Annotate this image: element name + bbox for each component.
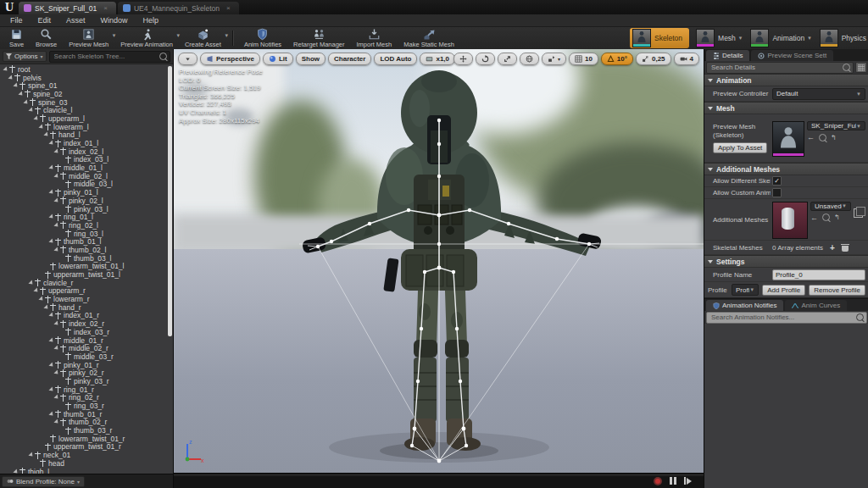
section-animation[interactable]: Animation [704,74,868,86]
additional-mesh-thumbnail[interactable] [772,202,808,239]
remove-profile-button[interactable]: Remove Profile [809,285,865,296]
snap-scale-icon-button[interactable] [498,53,517,65]
snap-grid-snap-icon-button[interactable]: 10 [569,53,598,65]
bone-row-index_01_l[interactable]: index_01_l [0,139,173,147]
expander-icon[interactable] [53,395,60,400]
expander-icon[interactable] [33,288,40,293]
step-forward-button-icon[interactable] [684,477,692,485]
bone-row-thumb_03_r[interactable]: thumb_03_r [0,426,173,435]
save-collection-icon[interactable] [854,208,863,218]
expander-icon[interactable] [28,280,35,286]
viewport-lit-button[interactable]: Lit [263,53,293,65]
browse-to-asset-icon[interactable] [819,134,826,141]
preview-viewport[interactable]: PerspectiveLitShowCharacterLOD Autox1,0 … [174,49,704,488]
expander-icon[interactable] [48,239,55,244]
bone-row-hand_l[interactable]: hand_l [0,131,173,140]
expander-icon[interactable] [48,214,55,219]
snap-move-icon-button[interactable] [453,53,473,65]
bone-row-upperarm_r[interactable]: upperarm_r [0,287,173,296]
chevron-down-icon[interactable]: ▾ [808,35,811,42]
expander-icon[interactable] [48,165,55,170]
bone-row-index_02_l[interactable]: index_02_l [0,147,173,156]
expander-icon[interactable] [8,75,14,80]
expander-icon[interactable] [38,297,45,302]
browse-to-asset-icon[interactable] [822,214,830,221]
toolbar-preview-animation-button[interactable]: ▾Preview Animation [114,27,179,49]
expander-icon[interactable] [48,313,55,318]
expander-icon[interactable] [53,198,60,203]
bone-row-upperarm_l[interactable]: upperarm_l [0,114,173,123]
bone-row-middle_03_l[interactable]: middle_03_l [0,180,173,189]
details-search[interactable] [706,62,854,74]
bone-row-lowerarm_twist_01_r[interactable]: lowerarm_twist_01_r [0,435,173,443]
expander-icon[interactable] [53,370,60,375]
bone-row-index_03_l[interactable]: index_03_l [0,156,173,164]
bone-row-pelvis[interactable]: pelvis [0,74,173,82]
expander-icon[interactable] [48,338,55,343]
bone-row-spine_03[interactable]: spine_03 [0,98,173,107]
chevron-down-icon[interactable]: ▾ [739,35,743,42]
reset-icon[interactable]: ↰ [831,134,837,141]
expander-icon[interactable] [28,108,35,113]
use-selected-icon[interactable]: ← [810,214,818,222]
section-settings[interactable]: Settings [704,255,868,268]
bone-row-clavicle_l[interactable]: clavicle_l [0,106,173,114]
skeleton-tree-search-input[interactable] [53,52,159,61]
viewport-character-button[interactable]: Character [328,53,371,65]
bone-row-clavicle_r[interactable]: clavicle_r [0,279,173,287]
expander-icon[interactable] [38,125,45,130]
toolbar-save-button[interactable]: Save [3,27,30,49]
skeleton-tree-search[interactable] [49,51,170,63]
profile-dropdown[interactable]: Profile_0▼ [732,284,759,296]
snap-rotation-snap-icon-button[interactable]: 10° [601,53,633,65]
asset-tab-sk-sniper[interactable]: SK_Sniper_Full_01 × [19,2,116,14]
bone-row-index_01_r[interactable]: index_01_r [0,312,173,320]
bone-row-upperarm_twist_01_r[interactable]: upperarm_twist_01_r [0,443,173,452]
bone-row-lowerarm_r[interactable]: lowerarm_r [0,295,173,303]
tab-animation-notifies[interactable]: Animation Notifies [706,300,783,311]
viewport-x1-0-button[interactable]: x1,0 [420,53,455,65]
bone-row-thigh_l[interactable]: thigh_l [0,468,173,474]
tree-scrollbar[interactable] [168,66,172,336]
bone-row-pinky_01_l[interactable]: pinky_01_l [0,188,173,197]
menu-window[interactable]: Window [94,16,135,25]
viewport-perspective-button[interactable]: Perspective [200,53,260,65]
toolbar-make-static-mesh-button[interactable]: Make Static Mesh [398,27,460,49]
unsaved-collection-dropdown[interactable]: UnsavedCollection▼ [810,202,851,211]
bone-row-pinky_02_r[interactable]: pinky_02_r [0,369,173,377]
expander-icon[interactable] [18,92,25,97]
expander-icon[interactable] [48,412,55,417]
mode-mesh-button[interactable]: Mesh▾ [694,27,743,49]
close-tab-icon[interactable]: × [226,4,231,12]
bone-row-ring_01_r[interactable]: ring_01_r [0,385,173,394]
notifies-search[interactable] [706,312,867,324]
details-search-input[interactable] [709,63,843,72]
snap-scale-snap-icon-button[interactable]: 0,25 [636,53,671,65]
asset-tab-mannequin[interactable]: UE4_Mannequin_Skeleton × [118,2,239,14]
toolbar-create-asset-button[interactable]: ▾Create Asset [179,27,227,49]
snap-rotate-icon-button[interactable] [476,53,495,65]
expander-icon[interactable] [53,321,60,326]
expander-icon[interactable] [53,247,60,252]
preview-controller-dropdown[interactable]: Default▼ [772,88,865,100]
section-additional-meshes[interactable]: Additional Meshes [704,163,868,175]
notifies-search-input[interactable] [709,313,856,322]
delete-elements-icon[interactable] [842,244,849,252]
bone-row-pinky_03_r[interactable]: pinky_03_r [0,377,173,385]
mode-physics-button[interactable]: Physics [818,27,868,49]
bone-row-ring_03_l[interactable]: ring_03_l [0,230,173,238]
expander-icon[interactable] [13,83,19,88]
expander-icon[interactable] [48,190,55,195]
expander-icon[interactable] [53,149,60,154]
bone-row-upperarm_twist_01_l[interactable]: upperarm_twist_01_l [0,270,173,279]
blend-profile-dropdown[interactable]: Blend Profile: None ▾ [2,476,85,487]
toolbar-preview-mesh-button[interactable]: ▾Preview Mesh [63,27,114,49]
toolbar-retarget-manager-button[interactable]: Retarget Manager [287,27,350,49]
preview-mesh-dropdown[interactable]: SK_Sniper_Full_01▼ [807,121,865,130]
menu-help[interactable]: Help [136,16,166,25]
expander-icon[interactable] [28,452,35,458]
view-options-icon[interactable] [855,62,867,73]
profile-name-input[interactable] [772,269,865,280]
pause-button-icon[interactable] [670,477,676,485]
expander-icon[interactable] [3,67,9,72]
